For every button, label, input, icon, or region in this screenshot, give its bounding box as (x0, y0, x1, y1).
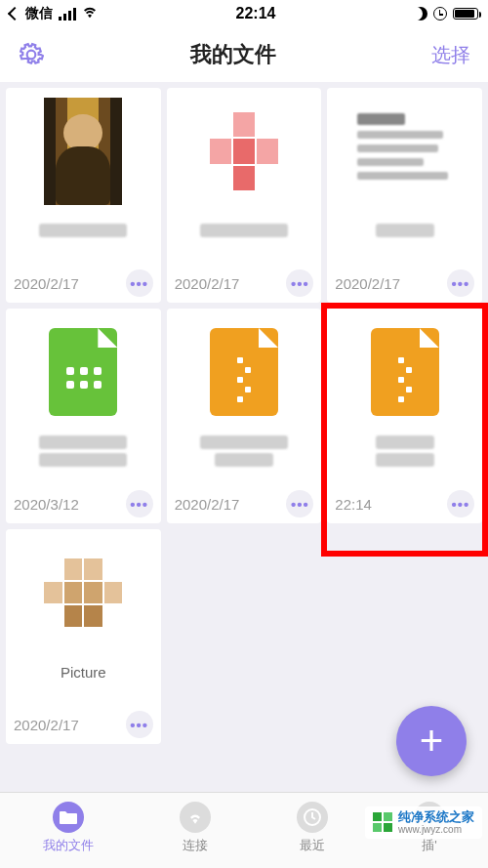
more-button[interactable]: ••• (126, 490, 153, 517)
more-button[interactable]: ••• (447, 269, 474, 297)
page-title: 我的文件 (45, 40, 422, 69)
clock-icon (297, 802, 328, 833)
wifi-icon (82, 6, 98, 21)
status-app-name: 微信 (25, 5, 53, 22)
app-header: 我的文件 选择 (0, 27, 488, 82)
file-name (14, 211, 153, 250)
watermark-url: www.jwyz.com (398, 824, 474, 835)
archive-zip-icon (210, 328, 278, 416)
file-thumbnail (14, 318, 153, 426)
spreadsheet-icon (49, 328, 117, 416)
tab-my-files[interactable]: 我的文件 (43, 802, 94, 854)
file-date: 2020/2/17 (14, 717, 79, 733)
file-card[interactable]: 2020/2/17 ••• (167, 309, 322, 523)
archive-zip-icon (371, 328, 439, 416)
status-clock: 22:14 (236, 5, 276, 22)
file-name (335, 432, 474, 471)
file-name (175, 211, 314, 250)
file-card[interactable]: 22:14 ••• (327, 309, 482, 523)
image-thumbnail-icon (210, 112, 278, 190)
document-thumbnail-icon (351, 107, 459, 195)
file-card[interactable]: Picture 2020/2/17 ••• (6, 529, 161, 744)
signal-icon (59, 8, 76, 21)
file-date: 22:14 (335, 496, 372, 513)
file-name (14, 432, 153, 471)
tab-connect[interactable]: 连接 (180, 802, 211, 854)
select-button[interactable]: 选择 (422, 42, 470, 68)
file-name (335, 211, 474, 250)
more-button[interactable]: ••• (286, 269, 313, 297)
image-thumbnail-icon (44, 98, 122, 205)
file-card[interactable]: 2020/2/17 ••• (6, 88, 161, 303)
add-fab-button[interactable]: + (396, 706, 467, 776)
tab-recent[interactable]: 最近 (297, 802, 328, 854)
file-thumbnail (14, 98, 153, 205)
file-card[interactable]: 2020/3/12 ••• (6, 309, 161, 523)
more-button[interactable]: ••• (126, 269, 153, 297)
file-date: 2020/2/17 (335, 275, 400, 292)
file-card[interactable]: 2020/2/17 ••• (167, 88, 322, 303)
tab-label: 我的文件 (43, 837, 94, 854)
file-date: 2020/2/17 (175, 496, 240, 513)
gear-icon (19, 42, 44, 67)
status-left: 微信 (10, 5, 98, 22)
file-thumbnail (14, 539, 153, 646)
battery-icon (453, 8, 478, 20)
file-thumbnail (175, 98, 314, 205)
folder-icon (53, 802, 84, 833)
file-date: 2020/2/17 (14, 275, 79, 292)
file-footer: 2020/2/17 ••• (335, 266, 474, 297)
tab-label: 插' (422, 837, 436, 854)
more-button[interactable]: ••• (126, 711, 153, 738)
file-thumbnail (175, 318, 314, 426)
file-date: 2020/3/12 (14, 496, 79, 513)
folder-thumbnail-icon (44, 558, 122, 627)
plus-icon: + (420, 718, 444, 765)
watermark: 纯净系统之家 www.jwyz.com (365, 806, 482, 839)
more-button[interactable]: ••• (447, 490, 474, 517)
alarm-icon (433, 7, 447, 21)
tab-label: 最近 (300, 837, 325, 854)
watermark-title: 纯净系统之家 (398, 810, 474, 824)
watermark-logo-icon (373, 812, 392, 832)
wifi-icon (180, 802, 211, 833)
file-card[interactable]: 2020/2/17 ••• (327, 88, 482, 303)
file-footer: 2020/2/17 ••• (175, 486, 314, 517)
status-bar: 微信 22:14 (0, 0, 488, 27)
file-thumbnail (335, 98, 474, 205)
file-footer: 2020/3/12 ••• (14, 486, 153, 517)
file-thumbnail (335, 318, 474, 426)
file-footer: 2020/2/17 ••• (14, 707, 153, 738)
file-name: Picture (14, 652, 153, 691)
back-chevron-icon (8, 7, 21, 21)
tab-label: 连接 (183, 837, 208, 854)
file-footer: 2020/2/17 ••• (14, 266, 153, 297)
settings-button[interactable] (18, 41, 45, 68)
file-name (175, 432, 314, 471)
status-right (414, 7, 478, 21)
file-footer: 22:14 ••• (335, 486, 474, 517)
dnd-moon-icon (414, 7, 427, 21)
file-footer: 2020/2/17 ••• (175, 266, 314, 297)
file-grid: 2020/2/17 ••• 2020/2/17 ••• 2020/2/17 ••… (0, 82, 488, 750)
file-date: 2020/2/17 (175, 275, 240, 292)
more-button[interactable]: ••• (286, 490, 313, 517)
